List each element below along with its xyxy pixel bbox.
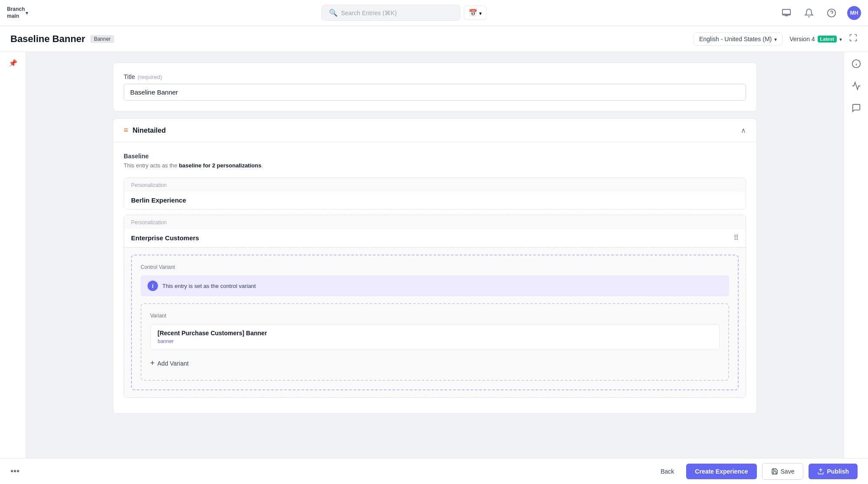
save-button[interactable]: Save — [762, 463, 804, 480]
calendar-button[interactable]: 📅 — [464, 6, 487, 20]
info-sidebar-button[interactable] — [852, 59, 861, 71]
main-content: Title (required) ≡ Ninetailed ∧ Baseline… — [26, 52, 844, 484]
search-bar[interactable]: 🔍 Search Entries (⌘K) — [322, 5, 460, 21]
sub-header-right: English - United States (M) Version 4 La… — [694, 33, 858, 46]
title-input[interactable] — [124, 84, 746, 101]
variant-entry-title: [Recent Purchase Customers] Banner — [158, 330, 712, 337]
version-text: Version 4 — [789, 36, 815, 43]
activity-sidebar-button[interactable] — [852, 81, 861, 93]
back-button[interactable]: Back — [654, 464, 681, 478]
variant-section: Variant [Recent Purchase Customers] Bann… — [141, 303, 729, 381]
left-sidebar: 📌 — [0, 52, 26, 484]
entry-type-badge: Banner — [90, 35, 114, 43]
control-variant-section: Control Variant i This entry is set as t… — [131, 255, 739, 390]
search-placeholder-text: Search Entries (⌘K) — [341, 10, 397, 16]
version-selector[interactable]: Version 4 Latest — [789, 36, 842, 43]
header-left: Branch main — [7, 6, 28, 20]
title-field-label: Title (required) — [124, 73, 746, 80]
control-variant-info-box: i This entry is set as the control varia… — [141, 275, 729, 296]
publish-button[interactable]: Publish — [809, 464, 858, 479]
calendar-icon: 📅 — [469, 9, 477, 17]
info-icon: i — [148, 281, 158, 291]
locale-text: English - United States (M) — [699, 36, 772, 43]
plus-icon: + — [150, 359, 155, 368]
create-experience-button[interactable]: Create Experience — [686, 464, 756, 479]
ninetailed-card: ≡ Ninetailed ∧ Baseline This entry acts … — [113, 118, 757, 414]
more-options-button[interactable]: ••• — [10, 466, 20, 476]
publish-label: Publish — [827, 468, 849, 475]
notifications-button[interactable] — [802, 6, 816, 20]
calendar-chevron-icon — [479, 9, 482, 17]
inbox-button[interactable] — [779, 6, 793, 20]
ninetailed-header[interactable]: ≡ Ninetailed ∧ — [113, 119, 756, 142]
entry-title-area: Baseline Banner Banner — [10, 33, 114, 45]
ninetailed-body: Baseline This entry acts as the baseline… — [113, 142, 756, 413]
add-variant-button[interactable]: + Add Variant — [150, 355, 720, 371]
add-variant-label: Add Variant — [158, 360, 189, 367]
variant-label: Variant — [150, 313, 720, 319]
save-label: Save — [781, 468, 795, 475]
comments-sidebar-button[interactable] — [852, 103, 861, 115]
fullscreen-button[interactable] — [849, 33, 858, 44]
header-center: 🔍 Search Entries (⌘K) 📅 — [322, 5, 487, 21]
control-variant-info-text: This entry is set as the control variant — [162, 283, 256, 289]
baseline-description: This entry acts as the baseline for 2 pe… — [124, 162, 746, 169]
variant-entry-type: banner — [158, 338, 712, 344]
personalization-name-berlin: Berlin Experience — [124, 191, 746, 209]
branch-selector[interactable]: Branch main — [7, 6, 28, 20]
personalization-label-berlin: Personalization — [124, 178, 746, 191]
branch-name: main — [7, 13, 25, 20]
help-button[interactable] — [825, 6, 838, 20]
personalization-label-enterprise: Personalization — [124, 215, 746, 229]
locale-chevron-icon — [774, 36, 777, 43]
version-chevron-icon — [839, 36, 842, 43]
user-avatar[interactable]: MH — [847, 6, 861, 20]
header-right: MH — [779, 6, 861, 20]
personalization-name-enterprise: Enterprise Customers ⠿ — [124, 229, 746, 247]
title-card: Title (required) — [113, 62, 757, 111]
entry-title: Baseline Banner — [10, 33, 85, 45]
pin-icon[interactable]: 📌 — [9, 59, 17, 67]
baseline-label: Baseline — [124, 153, 746, 160]
branch-label-text: Branch — [7, 6, 25, 13]
search-icon: 🔍 — [329, 9, 338, 17]
ninetailed-icon: ≡ — [124, 126, 128, 135]
top-header: Branch main 🔍 Search Entries (⌘K) 📅 MH — [0, 0, 868, 26]
locale-selector[interactable]: English - United States (M) — [694, 33, 783, 46]
version-latest-badge: Latest — [818, 36, 837, 43]
enterprise-options-icon[interactable]: ⠿ — [733, 234, 739, 242]
branch-chevron-icon — [26, 10, 28, 16]
control-variant-label: Control Variant — [141, 264, 729, 270]
title-required-label: (required) — [138, 74, 162, 80]
personalization-card-berlin[interactable]: Personalization Berlin Experience — [124, 177, 746, 209]
variant-entry[interactable]: [Recent Purchase Customers] Banner banne… — [150, 324, 720, 350]
bottom-bar: ••• Back Create Experience Save Publish — [0, 458, 868, 484]
sub-header: Baseline Banner Banner English - United … — [0, 26, 868, 52]
collapse-icon: ∧ — [741, 126, 746, 134]
personalization-card-enterprise[interactable]: Personalization Enterprise Customers ⠿ C… — [124, 215, 746, 398]
right-sidebar — [844, 52, 868, 484]
ninetailed-title: Ninetailed — [133, 127, 736, 134]
